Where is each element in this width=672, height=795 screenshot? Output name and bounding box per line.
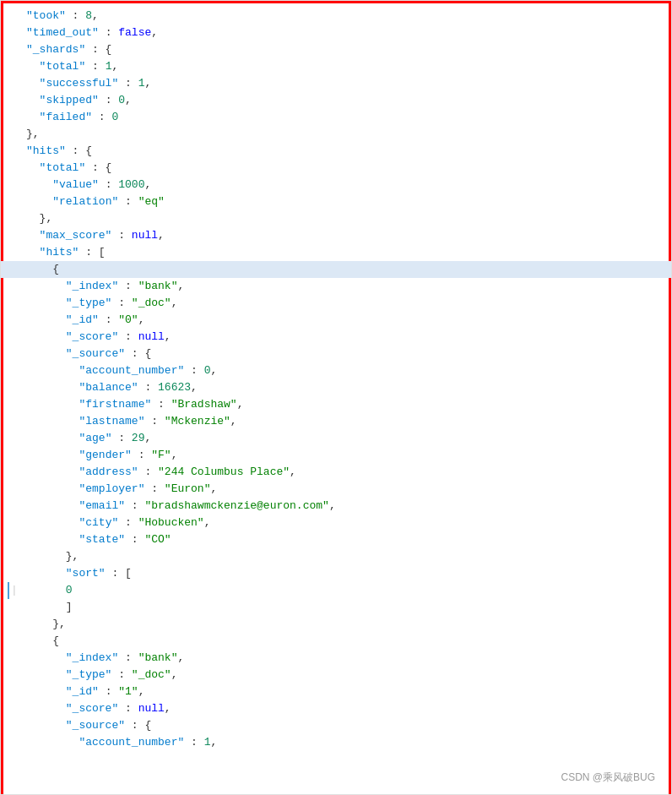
code-line: "took" : 8, (1, 8, 671, 25)
code-line: "_index" : "bank", (1, 650, 671, 667)
code-text: { (26, 633, 664, 650)
code-line: "sort" : [ (1, 565, 671, 582)
code-line: }, (1, 616, 671, 633)
code-line: "email" : "bradshawmckenzie@euron.com", (1, 498, 671, 515)
code-text: "email" : "bradshawmckenzie@euron.com", (26, 498, 664, 515)
code-line: "_id" : "0", (1, 312, 671, 329)
code-line: "account_number" : 0, (1, 362, 671, 379)
code-text: "account_number" : 0, (26, 362, 664, 379)
code-text: "address" : "244 Columbus Place", (26, 464, 664, 481)
code-line: }, (1, 210, 671, 227)
code-line: | 0 (1, 582, 671, 599)
code-text: "_index" : "bank", (26, 278, 664, 295)
code-text: "_score" : null, (26, 700, 664, 717)
code-line: "total" : { (1, 160, 671, 177)
code-line: "_type" : "_doc", (1, 667, 671, 683)
code-lines: "took" : 8,"timed_out" : false,"_shards"… (1, 8, 671, 751)
code-text: "successful" : 1, (26, 75, 664, 92)
code-text: "_source" : { (26, 346, 664, 362)
code-text: "_id" : "0", (26, 312, 664, 329)
code-text: "gender" : "F", (26, 447, 664, 464)
code-text: "_index" : "bank", (26, 650, 664, 667)
code-text: "age" : 29, (26, 430, 664, 447)
line-gutter: | (8, 582, 23, 599)
code-line: "employer" : "Euron", (1, 481, 671, 498)
code-text: "city" : "Hobucken", (26, 515, 664, 531)
code-text: "total" : { (26, 160, 664, 177)
code-line: "_index" : "bank", (1, 278, 671, 295)
code-line: "account_number" : 1, (1, 734, 671, 751)
code-line: "age" : 29, (1, 430, 671, 447)
code-line: "state" : "CO" (1, 531, 671, 548)
code-text: "max_score" : null, (26, 227, 664, 244)
code-text: }, (26, 548, 664, 565)
code-line: "_id" : "1", (1, 683, 671, 700)
code-line: "relation" : "eq" (1, 193, 671, 210)
code-line: }, (1, 548, 671, 565)
code-text: ] (26, 599, 664, 616)
code-line: "balance" : 16623, (1, 379, 671, 396)
code-text: "_type" : "_doc", (26, 667, 664, 683)
watermark: CSDN @乘风破BUG (561, 770, 655, 785)
code-line: "address" : "244 Columbus Place", (1, 464, 671, 481)
code-line: "gender" : "F", (1, 447, 671, 464)
code-text: "_type" : "_doc", (26, 295, 664, 312)
code-line: "hits" : { (1, 143, 671, 160)
code-text: "hits" : [ (26, 244, 664, 261)
code-line: "_type" : "_doc", (1, 295, 671, 312)
code-text: }, (26, 126, 664, 143)
code-line: "_source" : { (1, 346, 671, 362)
code-line: "_shards" : { (1, 41, 671, 58)
code-line: "firstname" : "Bradshaw", (1, 396, 671, 413)
code-text: "state" : "CO" (26, 531, 664, 548)
code-text: { (26, 261, 664, 278)
code-line: "hits" : [ (1, 244, 671, 261)
code-line: "_source" : { (1, 717, 671, 734)
code-text: "hits" : { (26, 143, 664, 160)
code-line: "max_score" : null, (1, 227, 671, 244)
code-text: "timed_out" : false, (26, 25, 664, 41)
code-line: "city" : "Hobucken", (1, 515, 671, 531)
code-line: ] (1, 599, 671, 616)
code-line: "timed_out" : false, (1, 25, 671, 41)
code-line: "_score" : null, (1, 700, 671, 717)
code-line: "lastname" : "Mckenzie", (1, 413, 671, 430)
code-text: "_shards" : { (26, 41, 664, 58)
code-line: { (1, 633, 671, 650)
code-line: "_score" : null, (1, 329, 671, 346)
code-text: "relation" : "eq" (26, 193, 664, 210)
code-text: "sort" : [ (26, 565, 664, 582)
code-text: "_id" : "1", (26, 683, 664, 700)
code-text: "_score" : null, (26, 329, 664, 346)
code-text: "failed" : 0 (26, 109, 664, 126)
code-text: 0 (26, 582, 664, 599)
code-line: "failed" : 0 (1, 109, 671, 126)
code-line: "skipped" : 0, (1, 92, 671, 109)
code-text: "firstname" : "Bradshaw", (26, 396, 664, 413)
code-line: "successful" : 1, (1, 75, 671, 92)
code-text: "lastname" : "Mckenzie", (26, 413, 664, 430)
code-container: "took" : 8,"timed_out" : false,"_shards"… (0, 0, 672, 795)
code-text: "_source" : { (26, 717, 664, 734)
code-text: "account_number" : 1, (26, 734, 664, 751)
code-text: }, (26, 210, 664, 227)
code-text: "took" : 8, (26, 8, 664, 25)
code-line: "total" : 1, (1, 58, 671, 75)
code-text: "balance" : 16623, (26, 379, 664, 396)
code-line: }, (1, 126, 671, 143)
code-text: "employer" : "Euron", (26, 481, 664, 498)
code-text: "value" : 1000, (26, 177, 664, 193)
code-text: "total" : 1, (26, 58, 664, 75)
code-line: { (1, 261, 671, 278)
code-text: "skipped" : 0, (26, 92, 664, 109)
code-text: }, (26, 616, 664, 633)
code-line: "value" : 1000, (1, 177, 671, 193)
